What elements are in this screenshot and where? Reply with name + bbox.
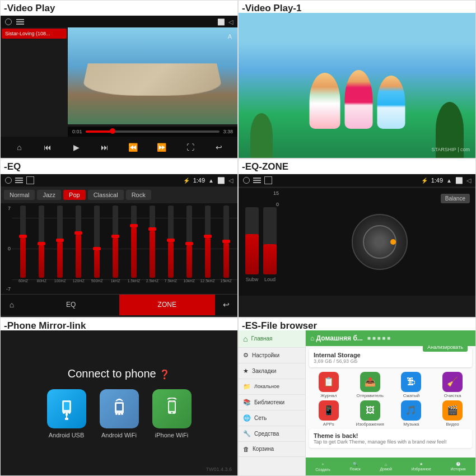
eqz-knob-area: Balance [283,188,475,295]
es-sidebar-trash[interactable]: 🗑 Корзина [239,442,305,457]
eq-bar-3[interactable]: 100HZ [51,206,69,282]
es-theme-banner[interactable]: Theme is back! Tap to get Dark Theme, ma… [309,429,472,448]
svg-point-10 [121,413,123,415]
eq-save-icon[interactable] [26,176,34,184]
pm-android-usb-icon[interactable] [47,389,86,428]
es-sidebar-network[interactable]: 🌐 Сеть [239,410,305,426]
eq-bar-1[interactable]: 60HZ [14,206,32,282]
vp-home-btn[interactable]: ⌂ [12,141,26,154]
vp-progress-bar[interactable]: 0:01 3:38 [68,127,237,137]
eq-bar-10[interactable]: 10kHZ [180,206,198,282]
es-sidebar-home[interactable]: ⌂ Главная [239,330,305,348]
eq-back-icon[interactable]: ◁ [228,177,233,184]
es-search-label: Поиск [350,467,361,471]
es-app-sender[interactable]: 📤 Отправитель [351,372,390,398]
eq-preset-normal[interactable]: Normal [4,190,35,200]
es-bottom-favorites[interactable]: ★ Избранное [411,462,431,471]
android-usb-svg [55,398,78,420]
es-main-panel: ⌂ Домашняя б... ■ ■ ■ ■ ■ Internal Stora… [306,330,475,475]
vp-play-btn[interactable]: ▶ [69,141,83,154]
es-sidebar-tools[interactable]: 🔧 Средства [239,426,305,442]
eq-home-btn[interactable]: ⌂ [1,300,23,309]
es-sidebar-settings[interactable]: ⚙ Настройки [239,348,305,363]
eq-preset-jazz[interactable]: Jazz [37,190,61,200]
eqz-knob-dot [390,239,396,245]
es-app-music[interactable]: 🎵 Музыка [392,400,431,427]
es-sidebar-libraries[interactable]: 📚 Библиотеки [239,395,305,410]
eq-eq-btn[interactable]: EQ [23,295,119,315]
es-bottom-history[interactable]: 🕐 История [451,462,466,471]
es-app-grid: 📋 Журнал 📤 Отправитель 🗜 [306,370,475,429]
es-sidebar-label-trash: Корзина [253,446,274,452]
eq-bar-12[interactable]: 15kHZ [217,206,235,282]
eq-bar-4[interactable]: 120HZ [69,206,88,282]
eq-preset-pop[interactable]: Pop [63,190,86,200]
es-sidebar-label-network: Сеть [254,415,267,421]
es-app-zip[interactable]: 🗜 Сжатый [392,372,431,398]
vp-seekbar[interactable] [86,130,220,133]
eqz-subw-label: Subw [246,277,259,282]
es-sidebar-label-local: Локальное [254,384,279,389]
es-analyze-btn[interactable]: Анализировать [423,343,468,352]
eqz-circle-icon [243,177,250,184]
es-header-title: ⌂ Домашняя б... [310,334,363,342]
es-app-apps[interactable]: 📱 APPs [309,400,348,427]
es-journal-icon: 📋 [319,372,339,392]
es-app-journal[interactable]: 📋 Журнал [309,372,348,398]
eqz-chart: 15 0 Subw Loud [239,188,475,295]
es-bottom-search[interactable]: 🔍 Поиск [350,462,361,471]
es-app-images[interactable]: 🖼 Изображения [351,400,390,427]
eqz-back-icon[interactable]: ◁ [466,177,471,184]
es-bottom-home[interactable]: ⌂ Домой [380,463,392,471]
eq-bar-6[interactable]: 1kHZ [106,206,125,282]
pm-iphone-wifi-icon[interactable] [152,389,192,428]
eqz-loud-bar[interactable]: Loud [263,207,277,282]
pm-android-wifi-label: Android WiFi [101,432,137,438]
eqz-knob[interactable] [352,214,408,270]
vp-rewind-btn[interactable]: ⏪ [127,141,140,154]
es-bottom-create[interactable]: ＋ Создать [315,461,330,472]
girl2-figure [344,70,372,129]
vp-playlist-item[interactable]: Sistar-Loving (108... [2,29,67,39]
vp-playlist-panel: Sistar-Loving (108... [1,27,68,118]
es-app-video[interactable]: 🎬 Видео [433,400,472,427]
vp-ff-btn[interactable]: ⏩ [155,141,169,154]
es-tools-icon: 🔧 [243,430,251,437]
es-sidebar-local[interactable]: 📁 Локальное [239,379,305,395]
pm-android-wifi-icon[interactable] [100,389,139,428]
es-sidebar-bookmarks[interactable]: ★ Закладки [239,363,305,379]
eq-y-mid: 0 [8,246,11,251]
pm-android-usb-wrap: Android USB [47,389,86,438]
eqz-balance-btn[interactable]: Balance [441,194,470,203]
girl1-figure [309,73,340,129]
eq-return-btn[interactable]: ↩ [215,300,237,309]
vp-back-icon[interactable]: ◁ [228,18,233,26]
vp-next-btn[interactable]: ⏭ [98,141,111,154]
svg-rect-4 [66,413,68,416]
es-home-bottom-label: Домой [380,467,392,471]
svg-rect-6 [65,418,68,420]
eq-preset-rock[interactable]: Rock [126,190,151,200]
girl3-figure [377,76,405,129]
vp-expand-btn[interactable]: ⛶ [184,141,197,154]
pm-help-icon[interactable]: ❓ [159,370,170,379]
svg-rect-13 [169,402,175,411]
eq-bar-8[interactable]: 2.5kHZ [143,206,161,282]
eq-bar-7[interactable]: 1.5kHZ [125,206,143,282]
eq-bar-2[interactable]: 80HZ [32,206,51,282]
es-app-clean[interactable]: 🧹 Очистка [433,372,472,398]
eq-zone-btn[interactable]: ZONE [119,295,216,315]
eq-preset-classical[interactable]: Classical [88,190,124,200]
vp-fullscreen-icon[interactable]: ⬜ [217,18,225,26]
eq-bar-9[interactable]: 7.5kHZ [161,206,180,282]
eq-bar-11[interactable]: 12.5kHZ [198,206,217,282]
eqz-subw-bar[interactable]: Subw [245,207,259,282]
es-sidebar-label-bookmarks: Закладки [252,368,276,374]
eq-square-icon: ⬜ [217,177,225,184]
eq-bar-5[interactable]: 500HZ [88,206,106,282]
eqz-y-mid: 0 [276,202,279,207]
pm-iphone-wifi-wrap: iPhone WiFi [152,389,192,438]
vp-prev-btn[interactable]: ⏮ [41,141,54,154]
vp-return-btn[interactable]: ↩ [212,141,226,154]
eqz-save-icon[interactable] [264,176,272,184]
